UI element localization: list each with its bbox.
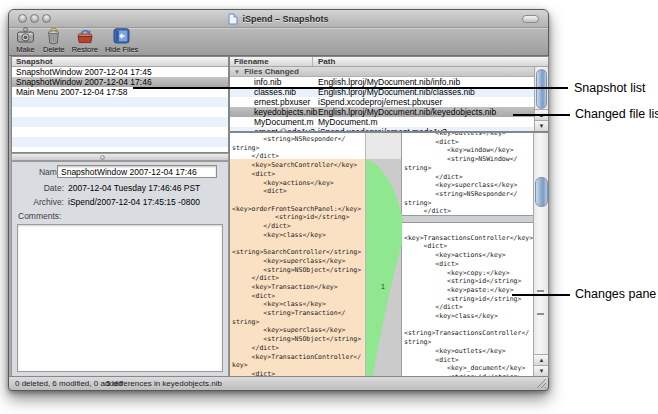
restore-folder-icon — [74, 26, 96, 46]
window-title-text: iSpend – Snapshots — [242, 14, 328, 24]
archive-value: iSpend/2007-12-04 17:45:15 -0800 — [68, 196, 200, 208]
code-line: <dict> — [232, 170, 365, 179]
snapshot-list-header[interactable]: Snapshot — [12, 57, 228, 67]
date-label: Date: — [12, 182, 64, 194]
change-marker-tick — [537, 313, 544, 315]
code-line: <key>class</key> — [232, 300, 365, 309]
code-line: <key>actions</key> — [232, 179, 365, 188]
code-line: <string>Transaction</ — [232, 309, 365, 318]
right-splitter-dimple[interactable] — [281, 128, 286, 133]
file-row[interactable]: ernest.mode1v3iSpend.xcodeproj/ernest.mo… — [230, 127, 534, 131]
diff-scrollbar[interactable]: ▲ ▼ — [533, 133, 549, 377]
screenshot-stage: iSpend – Snapshots Make — [0, 0, 658, 414]
code-line: <key>superclass</key> — [232, 257, 365, 266]
file-name: ernest.pbxuser — [254, 97, 310, 107]
snapshot-row[interactable]: SnapshotWindow 2007-12-04 17:45 — [12, 67, 228, 77]
comments-label: Comments: — [18, 210, 61, 222]
code-line: <key>class</key> — [232, 231, 365, 240]
left-splitter[interactable] — [11, 153, 229, 161]
code-line: </dict> — [232, 274, 365, 283]
code-line: <key>class</key> — [404, 312, 533, 321]
restore-label: Restore — [72, 46, 98, 54]
code-line: <string>NSObject</string> — [232, 266, 365, 275]
code-line — [232, 239, 365, 248]
change-connector-shape — [366, 133, 403, 378]
delete-button[interactable]: Delete — [43, 26, 65, 54]
code-line: string> — [232, 144, 365, 153]
file-path: MyDocument.m — [318, 117, 378, 127]
code-line: <string>id</string> — [404, 277, 533, 286]
file-name: info.nib — [254, 77, 281, 87]
file-path: iSpend.xcodeproj/ernest.mode1v3 — [318, 127, 447, 131]
file-row[interactable]: ernest.pbxuseriSpend.xcodeproj/ernest.pb… — [230, 97, 534, 107]
scroll-up-button[interactable]: ▲ — [534, 354, 549, 365]
resize-grip[interactable] — [536, 378, 547, 389]
code-line: <dict> — [232, 187, 365, 196]
changes-pane-callout-line — [512, 294, 570, 296]
file-path: English.lproj/MyDocument.nib/keyedobject… — [318, 107, 496, 117]
diff-gutter: 1 — [365, 133, 402, 378]
code-line: <dict> — [404, 242, 533, 251]
snapshot-list: Snapshot SnapshotWindow 2007-12-04 17:45… — [11, 56, 229, 153]
diff-scrollbar-thumb[interactable] — [535, 177, 548, 207]
hide-files-button[interactable]: Hide Files — [105, 26, 138, 54]
path-column-header[interactable]: Path — [318, 57, 335, 67]
scroll-down-button[interactable]: ▼ — [535, 120, 548, 131]
column-divider[interactable] — [312, 57, 313, 66]
code-line: <key>window</key> — [404, 146, 533, 155]
code-line: <key>copy:</key> — [404, 269, 533, 278]
document-proxy-icon — [228, 13, 238, 25]
file-scrollbar-thumb[interactable] — [536, 69, 547, 109]
code-line: </dict> — [232, 152, 365, 161]
snapshot-row[interactable]: SnapshotWindow 2007-12-04 17:46 — [12, 77, 228, 87]
window-title: iSpend – Snapshots — [9, 13, 548, 25]
file-path: iSpend.xcodeproj/ernest.pbxuser — [318, 97, 442, 107]
code-line: <key>TransactionsController</key> — [404, 234, 533, 243]
file-list-scrollbar[interactable]: ▲ ▼ — [534, 67, 548, 131]
code-line: </dict> — [404, 303, 533, 312]
change-marker-tick — [537, 290, 544, 292]
files-changed-group-row[interactable]: ▼ Files Changed — [230, 67, 548, 77]
disclosure-triangle-icon[interactable]: ▼ — [234, 69, 240, 75]
changed-file-list: Filename Path ▼ Files Changed info.nibEn… — [229, 56, 549, 132]
make-button[interactable]: Make — [15, 26, 36, 54]
diff-right-code-2: <key>TransactionsController</key> <dict>… — [404, 225, 533, 378]
restore-button[interactable]: Restore — [72, 26, 98, 54]
name-field[interactable] — [57, 165, 217, 178]
camera-icon — [15, 26, 36, 46]
file-row[interactable]: MyDocument.mMyDocument.m — [230, 117, 534, 127]
code-line: <key>actions</key> — [404, 251, 533, 260]
files-changed-label: Files Changed — [244, 67, 299, 76]
archive-label: Archive: — [12, 196, 64, 208]
file-rows: info.nibEnglish.lproj/MyDocument.nib/inf… — [230, 77, 534, 131]
hide-files-label: Hide Files — [105, 46, 138, 54]
code-line: </dict> — [232, 222, 365, 231]
code-line: <key>orderFrontSearchPanel:</key> — [232, 205, 365, 214]
diff-right-column: <key>outlets</key> <dict> <key>window</k… — [402, 133, 533, 378]
file-row[interactable]: keyedobjects.nibEnglish.lproj/MyDocument… — [230, 107, 534, 117]
file-list-header[interactable]: Filename Path — [230, 57, 548, 67]
splitter-dimple[interactable] — [100, 155, 105, 160]
scroll-down-button[interactable]: ▼ — [534, 365, 549, 376]
comments-box[interactable] — [17, 224, 223, 372]
code-line — [232, 196, 365, 205]
code-line: <dict> — [404, 260, 533, 269]
code-line: <string>id</string> — [232, 213, 365, 222]
code-line: <string>NSResponder</ — [232, 135, 365, 144]
status-differences: 5 differences in keyedobjects.nib — [106, 377, 222, 390]
filename-column-header[interactable]: Filename — [234, 57, 269, 67]
toolbar-toggle-pill[interactable] — [522, 15, 539, 23]
code-line: <dict> — [404, 138, 533, 147]
code-line: <string>TransactionsController</ — [404, 329, 533, 338]
code-line: <key>TransactionController</ — [232, 353, 365, 362]
snapshot-list-callout-line — [133, 87, 568, 89]
delete-label: Delete — [43, 46, 65, 54]
file-row[interactable]: info.nibEnglish.lproj/MyDocument.nib/inf… — [230, 77, 534, 87]
code-line: <key>SearchController</key> — [232, 161, 365, 170]
code-line: <string>NSWindow</ — [404, 155, 533, 164]
code-line — [404, 225, 533, 234]
code-line: string> — [404, 164, 533, 173]
changed-file-list-callout-label: Changed file list — [575, 107, 658, 121]
make-label: Make — [16, 46, 34, 54]
code-line: <dict> — [404, 356, 533, 365]
